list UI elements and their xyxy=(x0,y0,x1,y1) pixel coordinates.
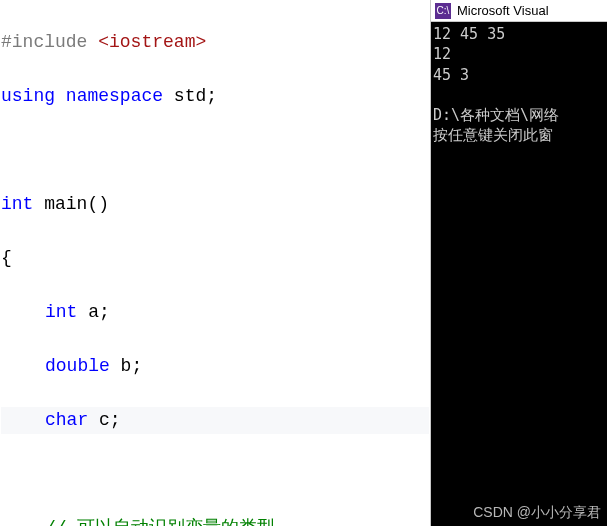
code-line: using namespace std; xyxy=(1,83,429,110)
include-header: <iostream> xyxy=(98,32,206,52)
console-line: 12 xyxy=(433,45,451,63)
code-line: #include <iostream> xyxy=(1,29,429,56)
console-line: D:\各种文档\网络 xyxy=(433,106,559,124)
code-line: int main() xyxy=(1,191,429,218)
console-output[interactable]: 12 45 35 12 45 3 D:\各种文档\网络 按任意键关闭此窗 xyxy=(431,22,607,526)
console-title-bar[interactable]: C:\ Microsoft Visual xyxy=(431,0,607,22)
console-line: 12 45 35 xyxy=(433,25,505,43)
console-window: C:\ Microsoft Visual 12 45 35 12 45 3 D:… xyxy=(430,0,607,526)
code-line xyxy=(1,461,429,488)
console-app-icon: C:\ xyxy=(435,3,451,19)
console-line: 45 3 xyxy=(433,66,469,84)
code-line: { xyxy=(1,245,429,272)
code-line: double b; xyxy=(1,353,429,380)
code-line xyxy=(1,137,429,164)
code-editor[interactable]: #include <iostream> using namespace std;… xyxy=(0,0,430,526)
console-line: 按任意键关闭此窗 xyxy=(433,126,553,144)
code-line: int a; xyxy=(1,299,429,326)
code-line: // 可以自动识别变量的类型 xyxy=(1,515,429,526)
code-line-current: char c; xyxy=(1,407,429,434)
console-title: Microsoft Visual xyxy=(457,3,549,18)
preprocessor: #include xyxy=(1,32,98,52)
